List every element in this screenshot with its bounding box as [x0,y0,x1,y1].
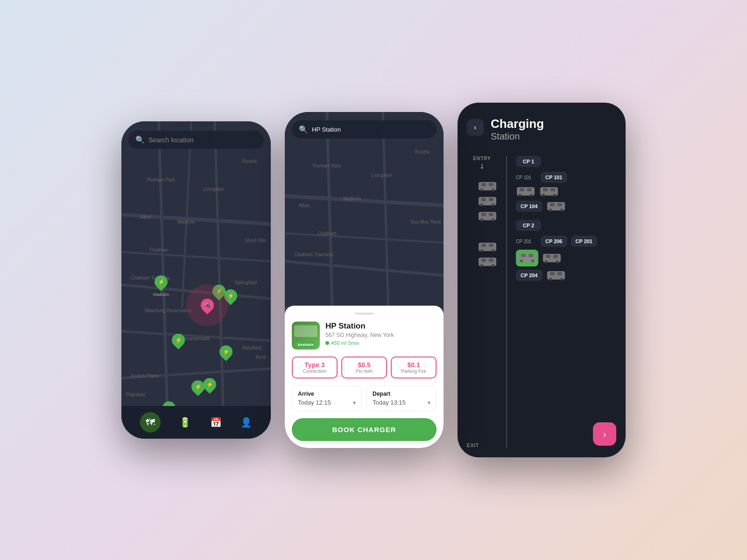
cp101-left-label: CP 101 [516,175,537,180]
car-right-1b[interactable] [539,185,559,197]
selected-pin-icon: 🔌 [204,302,211,308]
charging-pin-sp2[interactable]: ⚡ [203,378,216,391]
car-left-4[interactable] [478,241,497,253]
next-button[interactable]: › [593,422,616,446]
svg-point-43 [530,194,533,196]
depart-field[interactable]: Depart Today 13:15 ▾ [366,385,437,411]
nav-map[interactable]: 🗺 [140,412,161,433]
selected-spot-highlight[interactable] [516,250,538,266]
svg-line-0 [121,215,271,224]
car-right-104[interactable] [546,200,566,212]
charging-pin-sp1[interactable]: ⚡ [191,380,204,393]
station-popup-card: Available HP Station 567 SG Highway, New… [285,306,444,448]
info-pills: Type 3 Connection $0.5 Per kwh $0.1 Park… [292,357,437,378]
svg-point-27 [480,218,483,221]
svg-rect-35 [481,259,486,262]
charging-pin-prov[interactable]: ⚡ [172,334,185,347]
nav-calendar[interactable]: 📅 [210,417,222,428]
nav-profile[interactable]: 👤 [240,417,252,428]
cp101-right-box[interactable]: CP 101 [541,172,567,183]
arrive-label: Arrive [298,391,356,397]
bolt-icon-4: ⚡ [175,337,182,343]
search-text-2: HP Station [312,126,341,133]
lane-divider [500,156,514,448]
svg-rect-41 [527,188,532,191]
svg-rect-50 [550,203,555,206]
parking-layout: ENTRY ↓ [467,156,616,448]
cp204-row: CP 204 [516,269,616,281]
charging-pin-madison[interactable]: ⚡ Madison [153,275,169,297]
selected-pin-area[interactable]: 🔌 [201,299,214,312]
svg-point-38 [492,264,494,267]
car-left-3[interactable] [478,210,497,222]
svg-point-62 [545,260,548,263]
svg-rect-25 [481,213,486,216]
svg-rect-46 [550,188,555,191]
search-bar-1[interactable]: 🔍 Search location [128,131,264,149]
pill-connection: Type 3 Connection [292,357,338,378]
parking-fee-label: Parking Fee [396,369,431,374]
station-title-block: Charging Station [491,117,616,142]
profile-nav-icon: 👤 [240,417,252,428]
pill-price: $0.5 Per kwh [341,357,387,378]
svg-rect-31 [489,244,493,247]
map-background-1: Hanover Rosela Florham Park Livingston A… [121,121,271,439]
svg-rect-65 [550,272,555,275]
search-bar-2[interactable]: 🔍 HP Station [292,120,437,139]
svg-point-57 [520,259,523,262]
popup-handle [355,313,374,315]
car-right-201b[interactable] [542,252,562,264]
cp206-201-row: CP 201 CP 206 CP 201 [516,236,616,247]
svg-point-42 [519,194,521,196]
depart-label: Depart [373,391,430,397]
cp204-box[interactable]: CP 204 [516,270,543,281]
svg-rect-15 [481,183,486,186]
svg-point-58 [531,259,534,262]
phone-3-station: ‹ Charging Station ENTRY ↓ [458,103,626,457]
station-address: 567 SG Highway, New York [325,332,437,338]
svg-rect-60 [546,255,550,258]
cp201-box[interactable]: CP 201 [571,236,598,247]
car-right-204[interactable] [546,269,566,281]
cp1-row: CP 1 [516,156,616,167]
time-selector-row: Arrive Today 12:15 ▾ Depart Today 13:15 … [292,385,437,411]
cp1-box[interactable]: CP 1 [516,156,541,167]
svg-point-23 [492,203,494,206]
station-header-row: ‹ Charging Station [467,117,616,142]
back-button[interactable]: ‹ [467,119,484,136]
cp104-box[interactable]: CP 104 [516,201,543,212]
exit-label: EXIT [467,443,479,448]
svg-rect-66 [557,272,562,275]
cp2-box[interactable]: CP 2 [516,220,541,231]
arrive-field[interactable]: Arrive Today 12:15 ▾ [292,385,362,411]
svg-point-53 [560,209,563,211]
station-name: HP Station [325,322,437,331]
car-right-1a[interactable] [516,185,536,197]
svg-point-28 [492,218,494,221]
price-value: $0.5 [347,361,381,369]
charging-pin-westfield[interactable]: ⚡ [219,345,233,358]
car-left-1[interactable] [478,180,497,192]
depart-time: Today 13:15 [373,399,406,406]
cp206-box[interactable]: CP 206 [541,236,567,247]
car-left-5[interactable] [478,256,497,268]
available-badge: Available [296,342,317,348]
svg-rect-55 [521,254,526,257]
arrive-chevron: ▾ [353,399,356,406]
bolt-icon-1: ⚡ [158,279,165,285]
book-charger-button[interactable]: BOOK CHARGER [292,418,437,441]
car-selected[interactable] [517,251,537,263]
map-nav-icon: 🗺 [146,417,155,428]
svg-line-6 [121,369,271,378]
svg-line-13 [285,233,444,243]
svg-rect-40 [520,188,524,191]
nav-charging[interactable]: 🔋 [179,417,191,428]
svg-rect-30 [481,244,486,247]
arrive-time: Today 12:15 [298,399,331,406]
svg-point-63 [556,260,559,263]
cp104-row: CP 104 [516,200,616,212]
left-spots-1 [467,180,497,222]
car-left-2[interactable] [478,195,497,207]
right-col: CP 1 CP 101 CP 101 [514,156,616,448]
phone-1-map: Hanover Rosela Florham Park Livingston A… [121,121,271,439]
